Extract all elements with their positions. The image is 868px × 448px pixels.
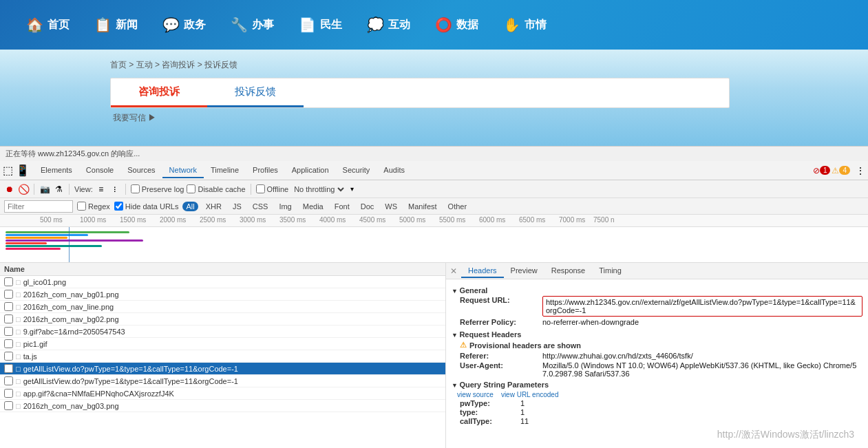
tab-sources[interactable]: Sources <box>120 163 162 178</box>
request-row[interactable]: □ 9.gif?abc=1&rnd=2050547543 <box>0 326 445 338</box>
nav-item-zhengwu[interactable]: 💬 政务 <box>150 11 218 39</box>
breadcrumb-home[interactable]: 首页 <box>110 60 127 70</box>
filter-img[interactable]: Img <box>275 202 295 211</box>
filter-xhr[interactable]: XHR <box>202 202 225 211</box>
nav-item-news[interactable]: 📋 新闻 <box>82 11 150 39</box>
devtools-pointer-icon[interactable]: ⬚ <box>3 164 13 177</box>
request-row[interactable]: □ 2016zh_com_nav_line.png <box>0 301 445 313</box>
request-headers-section-header[interactable]: Request Headers <box>452 330 862 339</box>
details-tab-response[interactable]: Response <box>544 264 593 278</box>
error-icon: ⊘ <box>813 166 820 175</box>
minsheng-icon: 📄 <box>299 17 316 33</box>
nav-item-minsheng[interactable]: 📄 民生 <box>286 11 354 39</box>
hide-data-urls-checkbox[interactable] <box>114 202 123 211</box>
tab-console[interactable]: Console <box>79 163 120 178</box>
filter-other[interactable]: Other <box>445 202 471 211</box>
tab-elements[interactable]: Elements <box>34 163 79 178</box>
request-row[interactable]: □ 2016zh_com_nav_bg03.png <box>0 400 445 412</box>
camera-button[interactable]: 📷 <box>39 184 50 195</box>
tab-audits[interactable]: Audits <box>377 163 412 178</box>
view-waterfall-button[interactable]: ⫶ <box>109 184 120 195</box>
regex-checkbox[interactable] <box>77 202 86 211</box>
request-row[interactable]: □ pic1.gif <box>0 338 445 350</box>
filter-doc[interactable]: Doc <box>357 202 378 211</box>
nav-item-home[interactable]: 🏠 首页 <box>14 11 82 39</box>
timeline-bar-1 <box>6 231 129 233</box>
details-tab-preview[interactable]: Preview <box>504 264 544 278</box>
filter-button[interactable]: ⚗ <box>53 184 64 195</box>
request-url-label: Request URL: <box>460 296 542 317</box>
clear-button[interactable]: 🚫 <box>18 184 29 195</box>
view-label: View: <box>74 185 93 193</box>
general-section-header[interactable]: General <box>452 286 862 295</box>
throttling-select[interactable]: No throttling <box>291 184 346 194</box>
tab-consult[interactable]: 咨询投诉 <box>111 78 207 107</box>
user-agent-label: User-Agent: <box>460 361 542 378</box>
tab-security[interactable]: Security <box>336 163 377 178</box>
request-row[interactable]: □ app.gif?&cna=NMfaEHPNqhoCAXjsrozzfJ4K <box>0 387 445 400</box>
row-checkbox[interactable] <box>4 277 13 286</box>
devtools-menu-icon[interactable]: ⋮ <box>856 165 865 176</box>
breadcrumb: 首页 > 互动 > 咨询投诉 > 投诉反馈 <box>110 55 758 75</box>
request-row[interactable]: □ getAllListView.do?pwType=1&type=1&call… <box>0 375 445 387</box>
timeline-2500ms: 2500 ms <box>200 216 240 225</box>
row-checkbox[interactable] <box>4 339 13 348</box>
filter-media[interactable]: Media <box>299 202 327 211</box>
row-checkbox[interactable] <box>4 401 13 410</box>
timeline-6500ms: 6500 ms <box>519 216 559 225</box>
disable-cache-checkbox[interactable] <box>187 184 195 193</box>
timeline-6000ms: 6000 ms <box>479 216 519 225</box>
hide-data-urls-label: Hide data URLs <box>114 202 179 211</box>
row-checkbox[interactable] <box>4 327 13 336</box>
filter-js[interactable]: JS <box>229 202 245 211</box>
row-checkbox[interactable] <box>4 364 13 373</box>
offline-checkbox[interactable] <box>256 184 265 193</box>
filter-ws[interactable]: WS <box>381 202 401 211</box>
row-checkbox[interactable] <box>4 389 13 398</box>
user-agent-value: Mozilla/5.0 (Windows NT 10.0; WOW64) App… <box>542 361 862 378</box>
filter-bar: Regex Hide data URLs All XHR JS CSS Img … <box>0 198 868 215</box>
main-panel: Name □ gl_ico01.png □ 2016zh_com_nav_bg0… <box>0 263 868 448</box>
breadcrumb-consult[interactable]: 咨询投诉 <box>162 60 195 70</box>
request-row[interactable]: □ 2016zh_com_nav_bg01.png <box>0 288 445 301</box>
request-row[interactable]: □ 2016zh_com_nav_bg02.png <box>0 313 445 326</box>
filter-all[interactable]: All <box>182 202 198 211</box>
separator-1 <box>34 184 34 195</box>
filter-font[interactable]: Font <box>331 202 353 211</box>
row-checkbox[interactable] <box>4 290 13 299</box>
row-checkbox[interactable] <box>4 302 13 311</box>
row-checkbox[interactable] <box>4 314 13 323</box>
request-url-value: https://www.zh12345.gov.cn//external/zf/… <box>542 296 862 317</box>
filter-css[interactable]: CSS <box>249 202 272 211</box>
row-checkbox[interactable] <box>4 352 13 361</box>
tab-profiles[interactable]: Profiles <box>246 163 285 178</box>
tab-feedback[interactable]: 投诉反馈 <box>207 78 304 107</box>
file-icon: □ <box>16 352 21 361</box>
breadcrumb-interact[interactable]: 互动 <box>136 60 153 70</box>
tab-application[interactable]: Application <box>285 163 336 178</box>
row-checkbox[interactable] <box>4 376 13 385</box>
devtools-tab-bar: ⬚ 📱 Elements Console Sources Network Tim… <box>0 161 868 180</box>
record-button[interactable]: ⏺ <box>4 184 15 195</box>
nav-item-data[interactable]: ⭕ 数据 <box>423 11 491 39</box>
details-tab-timing[interactable]: Timing <box>592 264 628 278</box>
tab-timeline[interactable]: Timeline <box>204 163 246 178</box>
request-row[interactable]: □ gl_ico01.png <box>0 276 445 288</box>
details-tab-headers[interactable]: Headers <box>461 264 504 278</box>
devtools-mobile-icon[interactable]: 📱 <box>16 164 30 177</box>
query-string-section-header[interactable]: Query String Parameters <box>452 381 862 389</box>
filter-manifest[interactable]: Manifest <box>405 202 441 211</box>
request-name: gl_ico01.png <box>23 278 441 286</box>
view-list-button[interactable]: ≡ <box>96 184 107 195</box>
request-row[interactable]: □ ta.js <box>0 350 445 363</box>
filter-input[interactable] <box>4 200 73 213</box>
view-url-encoded-link[interactable]: view URL encoded <box>501 391 559 398</box>
details-close-button[interactable]: ✕ <box>446 264 461 278</box>
preserve-log-checkbox[interactable] <box>131 184 140 193</box>
view-source-link[interactable]: view source <box>457 391 494 398</box>
nav-item-interact[interactable]: 💭 互动 <box>354 11 423 39</box>
nav-item-shiqing[interactable]: ✋ 市情 <box>491 11 559 39</box>
nav-item-office[interactable]: 🔧 办事 <box>218 11 286 39</box>
request-row-selected[interactable]: □ getAllListView.do?pwType=1&type=1&call… <box>0 363 445 375</box>
tab-network[interactable]: Network <box>162 163 204 178</box>
